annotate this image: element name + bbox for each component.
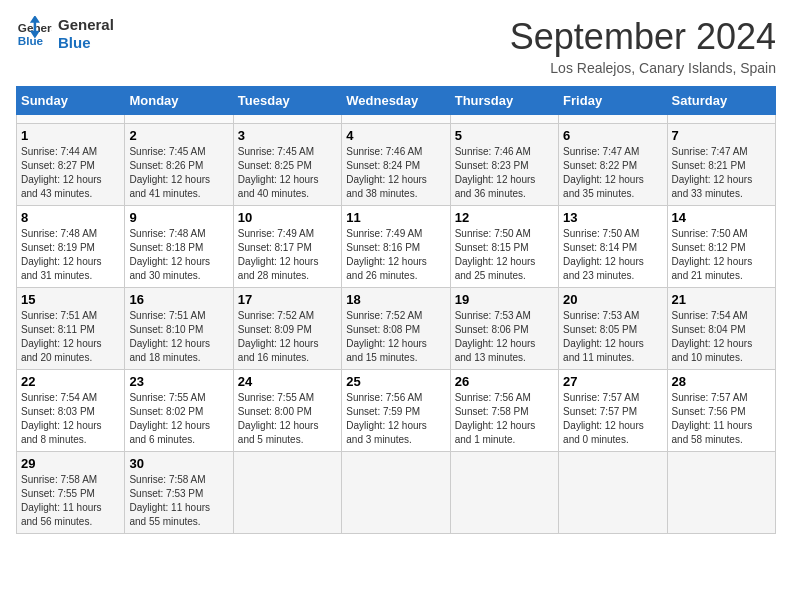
calendar-cell: 17Sunrise: 7:52 AM Sunset: 8:09 PM Dayli…: [233, 288, 341, 370]
header: General Blue General Blue September 2024…: [16, 16, 776, 76]
day-info: Sunrise: 7:56 AM Sunset: 7:58 PM Dayligh…: [455, 391, 554, 447]
calendar-cell: 12Sunrise: 7:50 AM Sunset: 8:15 PM Dayli…: [450, 206, 558, 288]
col-header-thursday: Thursday: [450, 87, 558, 115]
calendar-cell: 21Sunrise: 7:54 AM Sunset: 8:04 PM Dayli…: [667, 288, 775, 370]
svg-text:Blue: Blue: [18, 34, 44, 47]
calendar-cell: 9Sunrise: 7:48 AM Sunset: 8:18 PM Daylig…: [125, 206, 233, 288]
day-number: 4: [346, 128, 445, 143]
day-info: Sunrise: 7:57 AM Sunset: 7:57 PM Dayligh…: [563, 391, 662, 447]
day-info: Sunrise: 7:58 AM Sunset: 7:55 PM Dayligh…: [21, 473, 120, 529]
calendar-week-row: 22Sunrise: 7:54 AM Sunset: 8:03 PM Dayli…: [17, 370, 776, 452]
calendar-cell: 25Sunrise: 7:56 AM Sunset: 7:59 PM Dayli…: [342, 370, 450, 452]
day-info: Sunrise: 7:52 AM Sunset: 8:08 PM Dayligh…: [346, 309, 445, 365]
calendar-cell: 23Sunrise: 7:55 AM Sunset: 8:02 PM Dayli…: [125, 370, 233, 452]
calendar-cell: [667, 452, 775, 534]
calendar-cell: 19Sunrise: 7:53 AM Sunset: 8:06 PM Dayli…: [450, 288, 558, 370]
col-header-tuesday: Tuesday: [233, 87, 341, 115]
day-number: 22: [21, 374, 120, 389]
calendar-cell: 2Sunrise: 7:45 AM Sunset: 8:26 PM Daylig…: [125, 124, 233, 206]
day-number: 7: [672, 128, 771, 143]
month-title: September 2024: [510, 16, 776, 58]
calendar-cell: 18Sunrise: 7:52 AM Sunset: 8:08 PM Dayli…: [342, 288, 450, 370]
calendar-cell: [342, 115, 450, 124]
calendar-cell: [667, 115, 775, 124]
calendar-cell: 28Sunrise: 7:57 AM Sunset: 7:56 PM Dayli…: [667, 370, 775, 452]
day-number: 20: [563, 292, 662, 307]
day-info: Sunrise: 7:47 AM Sunset: 8:22 PM Dayligh…: [563, 145, 662, 201]
calendar-cell: [450, 452, 558, 534]
day-number: 9: [129, 210, 228, 225]
day-info: Sunrise: 7:53 AM Sunset: 8:06 PM Dayligh…: [455, 309, 554, 365]
calendar-cell: 7Sunrise: 7:47 AM Sunset: 8:21 PM Daylig…: [667, 124, 775, 206]
calendar-cell: 5Sunrise: 7:46 AM Sunset: 8:23 PM Daylig…: [450, 124, 558, 206]
day-info: Sunrise: 7:54 AM Sunset: 8:03 PM Dayligh…: [21, 391, 120, 447]
location: Los Realejos, Canary Islands, Spain: [510, 60, 776, 76]
day-number: 25: [346, 374, 445, 389]
day-info: Sunrise: 7:53 AM Sunset: 8:05 PM Dayligh…: [563, 309, 662, 365]
calendar-cell: 16Sunrise: 7:51 AM Sunset: 8:10 PM Dayli…: [125, 288, 233, 370]
day-number: 6: [563, 128, 662, 143]
calendar-cell: [559, 115, 667, 124]
col-header-monday: Monday: [125, 87, 233, 115]
calendar-week-row: 8Sunrise: 7:48 AM Sunset: 8:19 PM Daylig…: [17, 206, 776, 288]
calendar-cell: 13Sunrise: 7:50 AM Sunset: 8:14 PM Dayli…: [559, 206, 667, 288]
day-number: 16: [129, 292, 228, 307]
calendar-cell: 24Sunrise: 7:55 AM Sunset: 8:00 PM Dayli…: [233, 370, 341, 452]
col-header-friday: Friday: [559, 87, 667, 115]
day-number: 14: [672, 210, 771, 225]
calendar-cell: 26Sunrise: 7:56 AM Sunset: 7:58 PM Dayli…: [450, 370, 558, 452]
day-number: 2: [129, 128, 228, 143]
day-info: Sunrise: 7:45 AM Sunset: 8:26 PM Dayligh…: [129, 145, 228, 201]
calendar-cell: 4Sunrise: 7:46 AM Sunset: 8:24 PM Daylig…: [342, 124, 450, 206]
calendar-cell: 8Sunrise: 7:48 AM Sunset: 8:19 PM Daylig…: [17, 206, 125, 288]
day-info: Sunrise: 7:49 AM Sunset: 8:17 PM Dayligh…: [238, 227, 337, 283]
logo: General Blue General Blue: [16, 16, 114, 52]
calendar-cell: 20Sunrise: 7:53 AM Sunset: 8:05 PM Dayli…: [559, 288, 667, 370]
calendar-header-row: SundayMondayTuesdayWednesdayThursdayFrid…: [17, 87, 776, 115]
day-number: 18: [346, 292, 445, 307]
day-number: 15: [21, 292, 120, 307]
calendar-body: 1Sunrise: 7:44 AM Sunset: 8:27 PM Daylig…: [17, 115, 776, 534]
day-info: Sunrise: 7:58 AM Sunset: 7:53 PM Dayligh…: [129, 473, 228, 529]
day-number: 24: [238, 374, 337, 389]
calendar-cell: 3Sunrise: 7:45 AM Sunset: 8:25 PM Daylig…: [233, 124, 341, 206]
day-number: 27: [563, 374, 662, 389]
calendar-cell: 15Sunrise: 7:51 AM Sunset: 8:11 PM Dayli…: [17, 288, 125, 370]
day-info: Sunrise: 7:56 AM Sunset: 7:59 PM Dayligh…: [346, 391, 445, 447]
col-header-saturday: Saturday: [667, 87, 775, 115]
day-info: Sunrise: 7:47 AM Sunset: 8:21 PM Dayligh…: [672, 145, 771, 201]
day-number: 8: [21, 210, 120, 225]
calendar-cell: 10Sunrise: 7:49 AM Sunset: 8:17 PM Dayli…: [233, 206, 341, 288]
calendar-cell: [559, 452, 667, 534]
day-info: Sunrise: 7:55 AM Sunset: 8:02 PM Dayligh…: [129, 391, 228, 447]
calendar-cell: [233, 452, 341, 534]
calendar-cell: 11Sunrise: 7:49 AM Sunset: 8:16 PM Dayli…: [342, 206, 450, 288]
day-number: 5: [455, 128, 554, 143]
col-header-wednesday: Wednesday: [342, 87, 450, 115]
day-number: 30: [129, 456, 228, 471]
day-info: Sunrise: 7:55 AM Sunset: 8:00 PM Dayligh…: [238, 391, 337, 447]
day-number: 19: [455, 292, 554, 307]
day-info: Sunrise: 7:52 AM Sunset: 8:09 PM Dayligh…: [238, 309, 337, 365]
day-number: 11: [346, 210, 445, 225]
col-header-sunday: Sunday: [17, 87, 125, 115]
calendar-cell: [342, 452, 450, 534]
day-info: Sunrise: 7:48 AM Sunset: 8:19 PM Dayligh…: [21, 227, 120, 283]
calendar-table: SundayMondayTuesdayWednesdayThursdayFrid…: [16, 86, 776, 534]
day-number: 28: [672, 374, 771, 389]
day-info: Sunrise: 7:45 AM Sunset: 8:25 PM Dayligh…: [238, 145, 337, 201]
day-info: Sunrise: 7:54 AM Sunset: 8:04 PM Dayligh…: [672, 309, 771, 365]
day-number: 26: [455, 374, 554, 389]
day-info: Sunrise: 7:46 AM Sunset: 8:24 PM Dayligh…: [346, 145, 445, 201]
calendar-cell: 22Sunrise: 7:54 AM Sunset: 8:03 PM Dayli…: [17, 370, 125, 452]
logo-icon: General Blue: [16, 16, 52, 52]
calendar-cell: [125, 115, 233, 124]
day-info: Sunrise: 7:50 AM Sunset: 8:12 PM Dayligh…: [672, 227, 771, 283]
title-area: September 2024 Los Realejos, Canary Isla…: [510, 16, 776, 76]
day-number: 12: [455, 210, 554, 225]
day-info: Sunrise: 7:44 AM Sunset: 8:27 PM Dayligh…: [21, 145, 120, 201]
day-number: 21: [672, 292, 771, 307]
day-info: Sunrise: 7:50 AM Sunset: 8:15 PM Dayligh…: [455, 227, 554, 283]
calendar-week-row: 1Sunrise: 7:44 AM Sunset: 8:27 PM Daylig…: [17, 124, 776, 206]
day-info: Sunrise: 7:48 AM Sunset: 8:18 PM Dayligh…: [129, 227, 228, 283]
